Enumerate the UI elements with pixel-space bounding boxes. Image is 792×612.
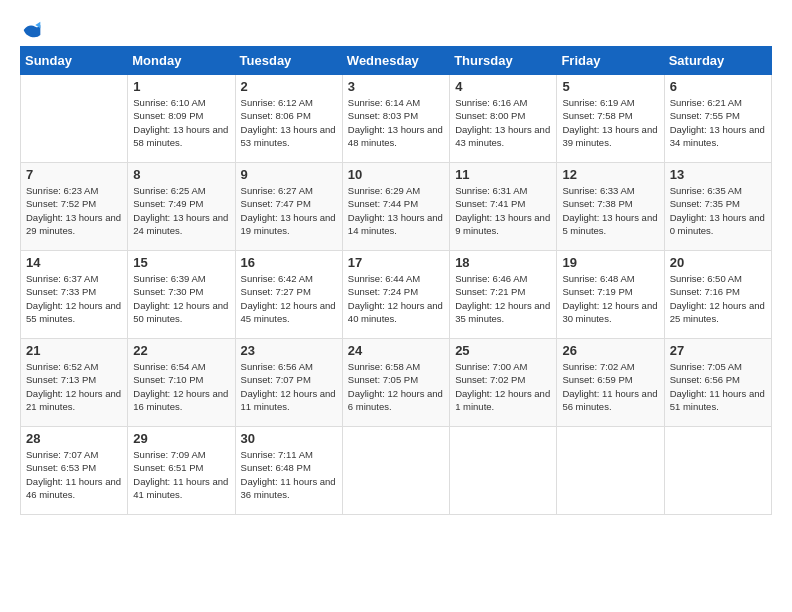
day-info: Sunrise: 6:48 AMSunset: 7:19 PMDaylight:…: [562, 272, 658, 325]
day-number: 23: [241, 343, 337, 358]
day-info: Sunrise: 6:54 AMSunset: 7:10 PMDaylight:…: [133, 360, 229, 413]
calendar-cell: 14Sunrise: 6:37 AMSunset: 7:33 PMDayligh…: [21, 251, 128, 339]
day-number: 26: [562, 343, 658, 358]
logo-icon: [22, 20, 42, 40]
calendar-cell: 4Sunrise: 6:16 AMSunset: 8:00 PMDaylight…: [450, 75, 557, 163]
day-of-week-header: Monday: [128, 47, 235, 75]
calendar-cell: 12Sunrise: 6:33 AMSunset: 7:38 PMDayligh…: [557, 163, 664, 251]
day-info: Sunrise: 6:23 AMSunset: 7:52 PMDaylight:…: [26, 184, 122, 237]
day-number: 16: [241, 255, 337, 270]
day-info: Sunrise: 6:19 AMSunset: 7:58 PMDaylight:…: [562, 96, 658, 149]
day-info: Sunrise: 6:46 AMSunset: 7:21 PMDaylight:…: [455, 272, 551, 325]
day-info: Sunrise: 7:05 AMSunset: 6:56 PMDaylight:…: [670, 360, 766, 413]
calendar-cell: 19Sunrise: 6:48 AMSunset: 7:19 PMDayligh…: [557, 251, 664, 339]
day-of-week-header: Wednesday: [342, 47, 449, 75]
calendar-week-row: 7Sunrise: 6:23 AMSunset: 7:52 PMDaylight…: [21, 163, 772, 251]
calendar-table: SundayMondayTuesdayWednesdayThursdayFrid…: [20, 46, 772, 515]
calendar-cell: [450, 427, 557, 515]
day-info: Sunrise: 7:09 AMSunset: 6:51 PMDaylight:…: [133, 448, 229, 501]
calendar-cell: 22Sunrise: 6:54 AMSunset: 7:10 PMDayligh…: [128, 339, 235, 427]
day-info: Sunrise: 6:56 AMSunset: 7:07 PMDaylight:…: [241, 360, 337, 413]
calendar-week-row: 14Sunrise: 6:37 AMSunset: 7:33 PMDayligh…: [21, 251, 772, 339]
calendar-cell: 6Sunrise: 6:21 AMSunset: 7:55 PMDaylight…: [664, 75, 771, 163]
day-number: 20: [670, 255, 766, 270]
logo: [20, 20, 42, 36]
day-number: 29: [133, 431, 229, 446]
day-info: Sunrise: 6:58 AMSunset: 7:05 PMDaylight:…: [348, 360, 444, 413]
calendar-week-row: 1Sunrise: 6:10 AMSunset: 8:09 PMDaylight…: [21, 75, 772, 163]
calendar-cell: [342, 427, 449, 515]
day-info: Sunrise: 6:27 AMSunset: 7:47 PMDaylight:…: [241, 184, 337, 237]
day-number: 4: [455, 79, 551, 94]
calendar-cell: 21Sunrise: 6:52 AMSunset: 7:13 PMDayligh…: [21, 339, 128, 427]
day-of-week-header: Friday: [557, 47, 664, 75]
day-number: 25: [455, 343, 551, 358]
day-number: 1: [133, 79, 229, 94]
day-number: 3: [348, 79, 444, 94]
day-info: Sunrise: 6:12 AMSunset: 8:06 PMDaylight:…: [241, 96, 337, 149]
day-info: Sunrise: 6:52 AMSunset: 7:13 PMDaylight:…: [26, 360, 122, 413]
day-number: 18: [455, 255, 551, 270]
day-info: Sunrise: 6:50 AMSunset: 7:16 PMDaylight:…: [670, 272, 766, 325]
day-number: 14: [26, 255, 122, 270]
day-info: Sunrise: 6:16 AMSunset: 8:00 PMDaylight:…: [455, 96, 551, 149]
calendar-cell: [557, 427, 664, 515]
day-number: 6: [670, 79, 766, 94]
day-number: 30: [241, 431, 337, 446]
calendar-cell: [21, 75, 128, 163]
calendar-cell: 25Sunrise: 7:00 AMSunset: 7:02 PMDayligh…: [450, 339, 557, 427]
day-number: 17: [348, 255, 444, 270]
day-number: 11: [455, 167, 551, 182]
day-number: 9: [241, 167, 337, 182]
day-of-week-header: Saturday: [664, 47, 771, 75]
calendar-cell: 18Sunrise: 6:46 AMSunset: 7:21 PMDayligh…: [450, 251, 557, 339]
day-info: Sunrise: 6:25 AMSunset: 7:49 PMDaylight:…: [133, 184, 229, 237]
day-number: 5: [562, 79, 658, 94]
day-of-week-header: Sunday: [21, 47, 128, 75]
day-number: 10: [348, 167, 444, 182]
calendar-cell: 8Sunrise: 6:25 AMSunset: 7:49 PMDaylight…: [128, 163, 235, 251]
day-info: Sunrise: 6:29 AMSunset: 7:44 PMDaylight:…: [348, 184, 444, 237]
calendar-cell: 7Sunrise: 6:23 AMSunset: 7:52 PMDaylight…: [21, 163, 128, 251]
day-number: 2: [241, 79, 337, 94]
day-info: Sunrise: 6:31 AMSunset: 7:41 PMDaylight:…: [455, 184, 551, 237]
day-info: Sunrise: 7:02 AMSunset: 6:59 PMDaylight:…: [562, 360, 658, 413]
day-info: Sunrise: 6:33 AMSunset: 7:38 PMDaylight:…: [562, 184, 658, 237]
calendar-week-row: 21Sunrise: 6:52 AMSunset: 7:13 PMDayligh…: [21, 339, 772, 427]
calendar-cell: [664, 427, 771, 515]
day-info: Sunrise: 7:11 AMSunset: 6:48 PMDaylight:…: [241, 448, 337, 501]
day-info: Sunrise: 6:21 AMSunset: 7:55 PMDaylight:…: [670, 96, 766, 149]
calendar-cell: 15Sunrise: 6:39 AMSunset: 7:30 PMDayligh…: [128, 251, 235, 339]
calendar-cell: 17Sunrise: 6:44 AMSunset: 7:24 PMDayligh…: [342, 251, 449, 339]
calendar-cell: 29Sunrise: 7:09 AMSunset: 6:51 PMDayligh…: [128, 427, 235, 515]
day-number: 22: [133, 343, 229, 358]
calendar-cell: 5Sunrise: 6:19 AMSunset: 7:58 PMDaylight…: [557, 75, 664, 163]
day-number: 27: [670, 343, 766, 358]
calendar-cell: 20Sunrise: 6:50 AMSunset: 7:16 PMDayligh…: [664, 251, 771, 339]
calendar-cell: 23Sunrise: 6:56 AMSunset: 7:07 PMDayligh…: [235, 339, 342, 427]
calendar-cell: 10Sunrise: 6:29 AMSunset: 7:44 PMDayligh…: [342, 163, 449, 251]
calendar-cell: 1Sunrise: 6:10 AMSunset: 8:09 PMDaylight…: [128, 75, 235, 163]
calendar-cell: 30Sunrise: 7:11 AMSunset: 6:48 PMDayligh…: [235, 427, 342, 515]
day-number: 13: [670, 167, 766, 182]
day-info: Sunrise: 6:37 AMSunset: 7:33 PMDaylight:…: [26, 272, 122, 325]
calendar-cell: 13Sunrise: 6:35 AMSunset: 7:35 PMDayligh…: [664, 163, 771, 251]
day-number: 19: [562, 255, 658, 270]
day-number: 8: [133, 167, 229, 182]
calendar-cell: 9Sunrise: 6:27 AMSunset: 7:47 PMDaylight…: [235, 163, 342, 251]
day-number: 28: [26, 431, 122, 446]
calendar-week-row: 28Sunrise: 7:07 AMSunset: 6:53 PMDayligh…: [21, 427, 772, 515]
day-of-week-header: Thursday: [450, 47, 557, 75]
calendar-cell: 3Sunrise: 6:14 AMSunset: 8:03 PMDaylight…: [342, 75, 449, 163]
calendar-cell: 27Sunrise: 7:05 AMSunset: 6:56 PMDayligh…: [664, 339, 771, 427]
day-number: 15: [133, 255, 229, 270]
day-number: 12: [562, 167, 658, 182]
day-info: Sunrise: 6:42 AMSunset: 7:27 PMDaylight:…: [241, 272, 337, 325]
calendar-cell: 11Sunrise: 6:31 AMSunset: 7:41 PMDayligh…: [450, 163, 557, 251]
page-header: [20, 20, 772, 36]
day-info: Sunrise: 6:35 AMSunset: 7:35 PMDaylight:…: [670, 184, 766, 237]
day-number: 7: [26, 167, 122, 182]
day-info: Sunrise: 6:44 AMSunset: 7:24 PMDaylight:…: [348, 272, 444, 325]
calendar-cell: 24Sunrise: 6:58 AMSunset: 7:05 PMDayligh…: [342, 339, 449, 427]
calendar-cell: 26Sunrise: 7:02 AMSunset: 6:59 PMDayligh…: [557, 339, 664, 427]
